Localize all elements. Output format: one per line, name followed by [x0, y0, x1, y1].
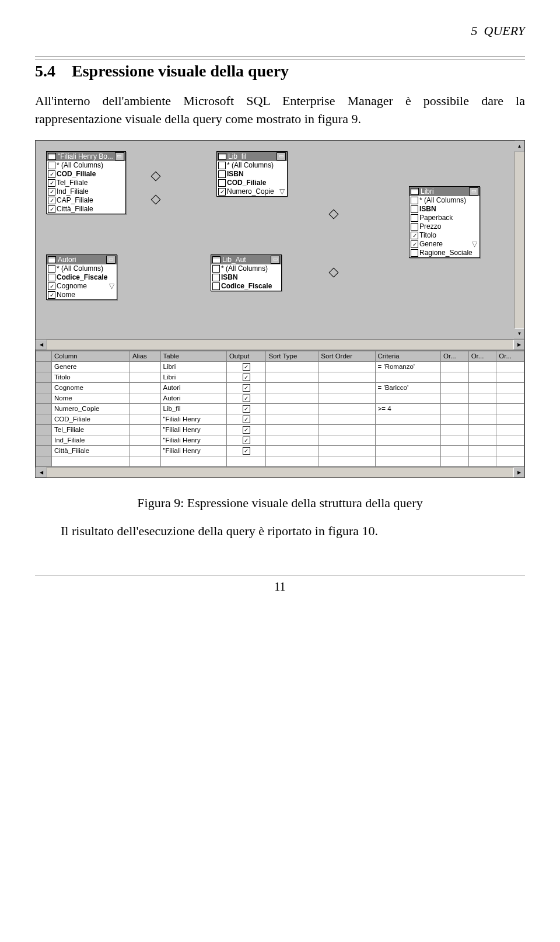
table-libri[interactable]: Libri ▭ * (All Columns)ISBNPaperbackPrez… — [409, 186, 480, 258]
grid-row[interactable]: GenereLibri= 'Romanzo' — [36, 361, 524, 372]
field-checkbox[interactable] — [212, 282, 220, 290]
field-row[interactable]: * (All Columns) — [217, 161, 287, 170]
scroll-down-button[interactable]: ▼ — [514, 328, 524, 339]
grid-cell[interactable] — [266, 382, 318, 393]
field-row[interactable]: ISBN — [217, 170, 287, 179]
scroll-track[interactable] — [47, 467, 513, 477]
grid-cell[interactable] — [496, 445, 524, 456]
scroll-track[interactable] — [514, 152, 524, 328]
field-checkbox[interactable] — [218, 179, 226, 187]
field-checkbox[interactable] — [212, 265, 220, 273]
grid-cell[interactable] — [468, 361, 496, 372]
grid-cell[interactable] — [440, 414, 468, 424]
grid-cell[interactable] — [496, 393, 524, 403]
grid-cell[interactable]: Tel_Filiale — [52, 424, 130, 435]
grid-cell-output[interactable] — [226, 414, 265, 424]
grid-cell[interactable]: Ind_Filiale — [52, 435, 130, 445]
field-list[interactable]: * (All Columns)Codice_FiscaleCognome▽Nom… — [47, 264, 117, 299]
scroll-up-button[interactable]: ▲ — [514, 141, 524, 152]
grid-header-cell[interactable]: Sort Type — [266, 351, 318, 361]
grid-cell[interactable] — [468, 372, 496, 382]
output-checkbox[interactable] — [243, 363, 250, 371]
table-autori[interactable]: Autori ▭ * (All Columns)Codice_FiscaleCo… — [46, 254, 117, 300]
field-checkbox[interactable] — [48, 282, 55, 290]
grid-cell[interactable]: Libri — [160, 361, 226, 372]
field-row[interactable]: Cognome▽ — [47, 282, 117, 291]
scroll-track[interactable] — [47, 340, 513, 350]
grid-row[interactable]: NomeAutori — [36, 393, 524, 403]
minimize-button[interactable]: ▭ — [276, 152, 286, 161]
field-row[interactable]: * (All Columns) — [211, 264, 281, 273]
grid-cell[interactable]: >= 4 — [375, 403, 440, 414]
table-filiali[interactable]: "Filiali Henry Bo... ▭ * (All Columns)CO… — [46, 151, 126, 214]
table-title-bar[interactable]: Libri ▭ — [410, 187, 480, 196]
field-row[interactable]: Prezzo — [410, 222, 480, 231]
field-checkbox[interactable] — [411, 232, 418, 239]
diagram-scrollbar-vertical[interactable]: ▲ ▼ — [514, 141, 524, 339]
grid-header-cell[interactable]: Criteria — [375, 351, 440, 361]
field-row[interactable]: Numero_Copie▽ — [217, 187, 287, 196]
output-checkbox[interactable] — [243, 447, 250, 455]
grid-cell[interactable] — [440, 393, 468, 403]
field-list[interactable]: * (All Columns)ISBNCOD_FilialeNumero_Cop… — [217, 161, 287, 196]
field-row[interactable]: Codice_Fiscale — [47, 273, 117, 282]
grid-row-empty[interactable] — [36, 456, 524, 466]
output-checkbox[interactable] — [243, 384, 250, 392]
join-diamond[interactable] — [329, 209, 339, 219]
row-header[interactable] — [36, 435, 52, 445]
grid-cell[interactable] — [468, 414, 496, 424]
grid-cell[interactable] — [130, 393, 160, 403]
grid-cell[interactable] — [375, 393, 440, 403]
field-checkbox[interactable] — [48, 179, 55, 187]
field-row[interactable]: Tel_Filiale — [47, 179, 125, 187]
grid-header-cell[interactable]: Table — [160, 351, 226, 361]
grid-header-cell[interactable]: Or... — [468, 351, 496, 361]
grid-cell[interactable] — [318, 372, 375, 382]
row-header[interactable] — [36, 361, 52, 372]
grid-cell-output[interactable] — [226, 393, 265, 403]
join-diamond[interactable] — [329, 267, 339, 277]
grid-cell[interactable] — [266, 372, 318, 382]
grid-cell[interactable] — [318, 445, 375, 456]
field-row[interactable]: Ind_Filiale — [47, 187, 125, 196]
grid-cell[interactable] — [375, 435, 440, 445]
grid-cell[interactable]: Lib_fil — [160, 403, 226, 414]
grid-cell[interactable] — [130, 414, 160, 424]
grid-cell[interactable] — [130, 361, 160, 372]
field-list[interactable]: * (All Columns)ISBNCodice_Fiscale — [211, 264, 281, 291]
grid-cell[interactable] — [130, 372, 160, 382]
grid-cell[interactable] — [468, 445, 496, 456]
grid-cell[interactable] — [318, 393, 375, 403]
grid-cell[interactable]: = 'Romanzo' — [375, 361, 440, 372]
output-checkbox[interactable] — [243, 374, 250, 381]
grid-cell[interactable] — [266, 424, 318, 435]
join-diamond[interactable] — [151, 171, 161, 181]
grid-cell[interactable] — [468, 393, 496, 403]
grid-cell[interactable] — [496, 414, 524, 424]
output-checkbox[interactable] — [243, 416, 250, 423]
table-title-bar[interactable]: Lib_fil ▭ — [217, 152, 287, 161]
minimize-button[interactable]: ▭ — [271, 256, 280, 264]
field-row[interactable]: Titolo — [410, 231, 480, 240]
table-lib-aut[interactable]: Lib_Aut ▭ * (All Columns)ISBNCodice_Fisc… — [211, 254, 282, 291]
grid-cell[interactable] — [266, 403, 318, 414]
grid-row[interactable]: Tel_Filiale"Filiali Henry — [36, 424, 524, 435]
grid-row[interactable]: COD_Filiale"Filiali Henry — [36, 414, 524, 424]
field-row[interactable]: * (All Columns) — [47, 264, 117, 273]
grid-row[interactable]: TitoloLibri — [36, 372, 524, 382]
grid-cell[interactable] — [266, 361, 318, 372]
field-checkbox[interactable] — [218, 170, 226, 178]
grid-cell[interactable] — [318, 424, 375, 435]
row-header[interactable] — [36, 393, 52, 403]
grid-cell[interactable]: Nome — [52, 393, 130, 403]
grid-cell[interactable] — [266, 435, 318, 445]
grid-cell[interactable] — [468, 382, 496, 393]
grid-header-cell[interactable]: Sort Order — [318, 351, 375, 361]
grid-cell[interactable]: Titolo — [52, 372, 130, 382]
grid-cell[interactable] — [266, 445, 318, 456]
output-checkbox[interactable] — [243, 395, 250, 402]
grid-cell[interactable] — [318, 414, 375, 424]
grid-cell[interactable] — [496, 372, 524, 382]
grid-cell-output[interactable] — [226, 382, 265, 393]
table-lib-fil[interactable]: Lib_fil ▭ * (All Columns)ISBNCOD_Filiale… — [216, 151, 288, 197]
